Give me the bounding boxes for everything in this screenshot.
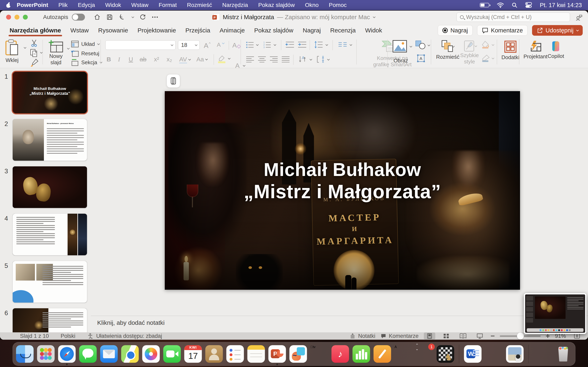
dock-icon-facetime[interactable] — [163, 345, 181, 363]
language-indicator[interactable]: Polski — [61, 333, 75, 339]
more-toolbar-icon[interactable] — [152, 17, 158, 18]
text-box-icon[interactable]: A — [416, 53, 426, 63]
notes-divider[interactable] — [91, 316, 588, 316]
italic-button[interactable]: I — [118, 56, 120, 63]
accessibility-check[interactable]: Ułatwienia dostępu: zbadaj — [87, 333, 162, 339]
tab-przejścia[interactable]: Przejścia — [181, 24, 215, 37]
bold-button[interactable]: B — [107, 56, 111, 63]
screen-preview-window[interactable] — [524, 293, 586, 334]
tab-pokaz-slajdów[interactable]: Pokaz slajdów — [250, 24, 298, 37]
format-painter-icon[interactable] — [30, 58, 39, 67]
reset-button[interactable]: Resetuj — [71, 49, 99, 58]
slide-counter[interactable]: Slajd 1 z 10 — [20, 333, 49, 339]
slide-thumbnail-3[interactable] — [13, 166, 87, 208]
notes-placeholder[interactable]: Kliknij, aby dodać notatki — [97, 319, 164, 326]
zoom-slider-knob[interactable] — [517, 333, 524, 340]
battery-icon[interactable] — [480, 3, 489, 7]
tab-projektowanie[interactable]: Projektowanie — [133, 24, 181, 37]
slideshow-icon[interactable] — [474, 333, 485, 340]
section-button[interactable]: Sekcja — [71, 58, 102, 67]
person-feedback-icon[interactable] — [575, 13, 583, 21]
shapes-icon[interactable] — [415, 40, 426, 50]
font-name-select[interactable] — [105, 40, 176, 50]
zoom-in-button[interactable] — [546, 334, 550, 338]
search-box[interactable] — [457, 12, 570, 22]
text-direction-button[interactable]: A — [298, 55, 307, 63]
dock-icon-libreoffice[interactable] — [485, 345, 503, 363]
menu-item-plik[interactable]: Plik — [53, 2, 73, 8]
shape-fill-icon[interactable] — [481, 41, 490, 49]
dock-icon-calendar[interactable]: KWI17 — [184, 345, 202, 363]
copy-icon[interactable] — [30, 49, 38, 58]
align-right-button[interactable] — [269, 56, 278, 62]
menu-item-rozmieść[interactable]: Rozmieść — [182, 2, 217, 8]
bullet-list-dropdown-icon[interactable] — [256, 43, 259, 46]
arrange-button[interactable]: Rozmieść — [436, 40, 459, 60]
slide-sorter-icon[interactable] — [441, 333, 452, 340]
paste-dropdown-icon[interactable] — [24, 46, 26, 49]
zoom-out-button[interactable] — [491, 336, 494, 336]
dock-icon-apple-tv[interactable]: tv — [311, 345, 328, 363]
dock-icon-mail[interactable] — [100, 345, 118, 363]
dock-icon-reminders[interactable] — [226, 345, 244, 363]
share-button[interactable]: Udostępnij — [532, 25, 583, 36]
shape-outline-icon[interactable] — [481, 54, 490, 62]
close-window-button[interactable] — [6, 15, 11, 20]
apple-menu-icon[interactable] — [6, 2, 11, 8]
font-size-select[interactable]: 18 — [178, 40, 200, 50]
home-icon[interactable] — [94, 14, 100, 20]
dock-icon-freeform[interactable]: ~ — [290, 345, 307, 363]
menu-item-pokaz-slajdów[interactable]: Pokaz slajdów — [253, 2, 300, 8]
tab-rysowanie[interactable]: Rysowanie — [94, 24, 133, 37]
change-case-button[interactable]: Aa — [196, 56, 207, 63]
paste-button[interactable]: Wklej — [5, 39, 19, 63]
numbered-list-dropdown-icon[interactable] — [274, 43, 276, 46]
redo-icon[interactable] — [139, 14, 146, 20]
highlight-color-button[interactable] — [218, 55, 230, 62]
notes-toggle-button[interactable]: Notatki — [350, 333, 375, 339]
character-spacing-button[interactable]: AV — [179, 56, 190, 63]
line-spacing-button[interactable] — [314, 41, 323, 49]
title-dropdown-icon[interactable] — [373, 16, 375, 18]
increase-font-size-button[interactable]: A^ — [204, 42, 210, 50]
decrease-font-size-button[interactable]: A — [217, 42, 224, 48]
dock-icon-contacts[interactable] — [205, 345, 223, 363]
save-icon[interactable] — [107, 14, 113, 20]
comments-toggle-button[interactable]: Komentarze — [380, 333, 419, 339]
picture-icon[interactable] — [392, 40, 407, 53]
dock-icon-chess[interactable] — [437, 345, 454, 363]
align-left-button[interactable] — [246, 56, 254, 62]
numbered-list-button[interactable]: 123 — [263, 41, 271, 49]
autosave-toggle[interactable] — [72, 14, 85, 21]
dock-icon-notes[interactable] — [247, 345, 265, 363]
columns-button[interactable] — [338, 42, 347, 48]
undo-dropdown-icon[interactable] — [131, 16, 134, 18]
clear-formatting-button[interactable]: A — [232, 42, 240, 49]
tab-widok[interactable]: Widok — [360, 24, 387, 37]
normal-view-icon[interactable] — [424, 333, 435, 340]
cut-icon[interactable] — [31, 39, 39, 47]
dock-icon-word[interactable]: W — [464, 345, 482, 363]
menu-item-edycja[interactable]: Edycja — [73, 2, 100, 8]
copilot-floating-button[interactable] — [167, 74, 180, 88]
menu-item-narzędzia[interactable]: Narzędzia — [217, 2, 253, 8]
slide-thumbnail-6[interactable] — [13, 308, 87, 332]
shape-fill-dropdown-icon[interactable] — [492, 43, 494, 46]
subscript-button[interactable]: x₂ — [167, 56, 172, 63]
dock-icon-messages[interactable] — [79, 345, 97, 363]
slide-thumbnail-5[interactable] — [13, 261, 87, 303]
menu-item-format[interactable]: Format — [154, 2, 182, 8]
minimize-window-button[interactable] — [15, 15, 19, 20]
increase-indent-button[interactable] — [298, 41, 307, 49]
menu-item-wstaw[interactable]: Wstaw — [126, 2, 154, 8]
control-center-icon[interactable] — [525, 2, 532, 8]
wifi-icon[interactable] — [497, 2, 504, 8]
slide-thumbnail-2[interactable]: Michaił Bułhakow – pierwowzór Mistrza — [13, 119, 87, 161]
tab-nagraj[interactable]: Nagraj — [298, 24, 325, 37]
dock-icon-maps[interactable] — [121, 345, 139, 363]
shapes-dropdown-icon[interactable] — [428, 44, 430, 46]
comments-button[interactable]: Komentarze — [477, 25, 527, 36]
dock-icon-documents-stack[interactable] — [534, 345, 551, 363]
dock-icon-trash[interactable] — [554, 345, 572, 363]
dock-icon-music[interactable]: ♪ — [332, 345, 349, 363]
